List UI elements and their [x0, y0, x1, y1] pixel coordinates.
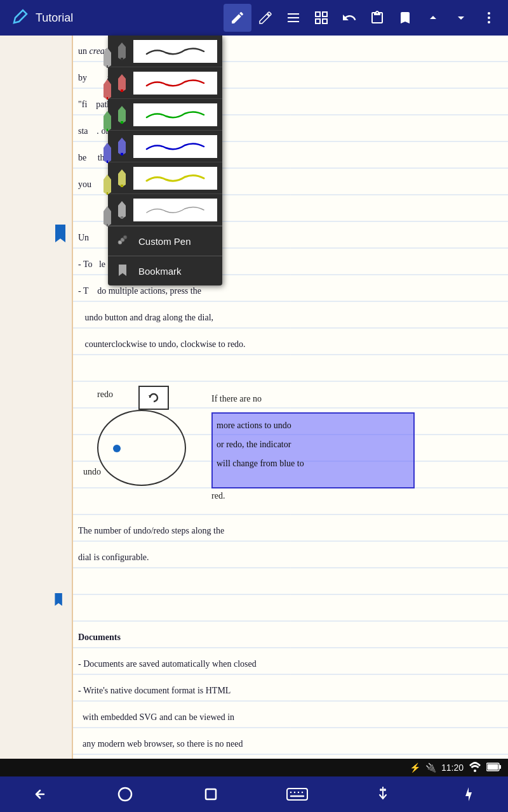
- status-bar: ⚡ 🔌 11:20: [0, 759, 508, 776]
- pen-option-blue[interactable]: [108, 131, 222, 162]
- pen-stroke-black: [133, 40, 217, 63]
- svg-marker-27: [118, 43, 126, 60]
- pen-option-green[interactable]: [108, 99, 222, 131]
- recent-button[interactable]: [197, 780, 225, 808]
- pen-dropdown-panel: Custom Pen Bookmark: [108, 36, 222, 285]
- text-line-11: undo button and drag along the dial,: [78, 304, 503, 331]
- highlight-text: more actions to undoor redo, the indicat…: [213, 414, 413, 476]
- undo-redo-diagram: redo undo If there are no more: [78, 384, 503, 491]
- time-display: 11:20: [441, 763, 464, 773]
- custom-pen-icon: [116, 233, 133, 249]
- pen-selector-4[interactable]: [98, 137, 116, 169]
- svg-point-54: [380, 789, 382, 791]
- svg-rect-7: [316, 19, 320, 23]
- pen-selector-3[interactable]: [98, 105, 116, 137]
- scroll-down-button[interactable]: [447, 4, 475, 32]
- text-line-12: counterclockwise to undo, clockwise to r…: [78, 331, 503, 358]
- pen-option-black[interactable]: [108, 36, 222, 67]
- charge-status-icon: [455, 780, 483, 808]
- lines-button[interactable]: [279, 4, 307, 32]
- svg-marker-14: [104, 79, 111, 100]
- pen-selector-2[interactable]: [98, 74, 116, 105]
- bookmark-button[interactable]: [391, 4, 419, 32]
- usb-icon: ⚡: [410, 763, 420, 773]
- clipboard-button[interactable]: [363, 4, 391, 32]
- text-line-undo2: dial is configurable.: [78, 544, 503, 571]
- svg-marker-12: [104, 48, 111, 68]
- svg-marker-37: [118, 201, 126, 219]
- app-title: Tutorial: [36, 11, 224, 25]
- svg-marker-31: [118, 106, 126, 124]
- spacer3: [78, 598, 503, 624]
- app-icon: [5, 4, 33, 32]
- undo-button[interactable]: [335, 4, 363, 32]
- svg-point-11: [488, 21, 490, 23]
- svg-rect-47: [206, 789, 216, 799]
- svg-marker-35: [118, 169, 126, 187]
- pen-stroke-gray: [133, 199, 217, 221]
- pen-option-yellow[interactable]: [108, 162, 222, 194]
- svg-point-41: [123, 235, 127, 239]
- svg-marker-29: [118, 74, 126, 92]
- main-content: un create a link to a local file by abso…: [0, 36, 508, 776]
- svg-marker-33: [118, 138, 126, 155]
- text-line-13: [78, 358, 503, 384]
- svg-rect-6: [323, 12, 327, 16]
- svg-rect-48: [287, 789, 307, 800]
- keyboard-button[interactable]: [283, 780, 311, 808]
- red-text: red.: [211, 491, 225, 501]
- bottom-nav: [0, 776, 508, 812]
- pen-option-gray[interactable]: [108, 194, 222, 226]
- text-doc3: with embedded SVG and can be viewed in: [78, 704, 503, 731]
- bookmark-menu-icon: [116, 263, 133, 279]
- svg-rect-30: [121, 89, 123, 92]
- svg-rect-34: [121, 153, 123, 155]
- pen-selector-5[interactable]: [98, 169, 116, 200]
- scroll-up-button[interactable]: [419, 4, 447, 32]
- custom-pen-button[interactable]: Custom Pen: [108, 226, 222, 256]
- svg-point-9: [488, 12, 490, 15]
- svg-rect-36: [121, 185, 123, 187]
- bookmark-marker-2: [54, 591, 67, 608]
- toolbar: Tutorial: [0, 0, 508, 36]
- wifi-icon: [469, 762, 481, 774]
- pen-tool-button[interactable]: [224, 4, 251, 32]
- text-documents-header: Documents: [78, 624, 503, 651]
- svg-marker-18: [104, 143, 111, 163]
- pen-selector-1[interactable]: [98, 42, 116, 74]
- select-tool-button[interactable]: [251, 4, 279, 32]
- bookmark-menu-button[interactable]: Bookmark: [108, 256, 222, 285]
- svg-rect-28: [121, 58, 123, 60]
- svg-rect-38: [121, 216, 123, 219]
- svg-point-42: [474, 769, 476, 772]
- usb-status-icon: [369, 780, 397, 808]
- grid-button[interactable]: [307, 4, 335, 32]
- spacer2: [78, 571, 503, 598]
- pen-selector-6[interactable]: [98, 200, 116, 232]
- svg-rect-44: [499, 765, 501, 769]
- text-line-undo1: The number of undo/redo steps along the: [78, 518, 503, 544]
- svg-rect-45: [488, 764, 498, 769]
- highlight-selection: more actions to undoor redo, the indicat…: [211, 412, 415, 488]
- svg-point-10: [488, 16, 490, 19]
- home-button[interactable]: [111, 780, 139, 808]
- svg-rect-32: [121, 121, 123, 124]
- connection-icon: 🔌: [425, 763, 436, 773]
- svg-rect-5: [316, 12, 320, 16]
- if-text: If there are no: [211, 387, 262, 411]
- undo-button-diagram: [138, 386, 169, 410]
- text-doc4: any modern web browser, so there is no n…: [78, 731, 503, 757]
- back-button[interactable]: [25, 780, 53, 808]
- svg-point-46: [119, 788, 131, 801]
- pen-stroke-yellow: [133, 167, 217, 190]
- spacer1: [78, 491, 503, 518]
- svg-point-55: [384, 789, 386, 791]
- pen-stroke-green: [133, 103, 217, 126]
- pen-option-red[interactable]: [108, 67, 222, 99]
- text-doc1: - Documents are saved automatically when…: [78, 651, 503, 678]
- bookmark-marker-1: [54, 225, 67, 242]
- more-options-button[interactable]: [475, 4, 503, 32]
- left-margin: [0, 36, 73, 776]
- battery-icon: [486, 763, 502, 773]
- svg-rect-8: [323, 19, 327, 23]
